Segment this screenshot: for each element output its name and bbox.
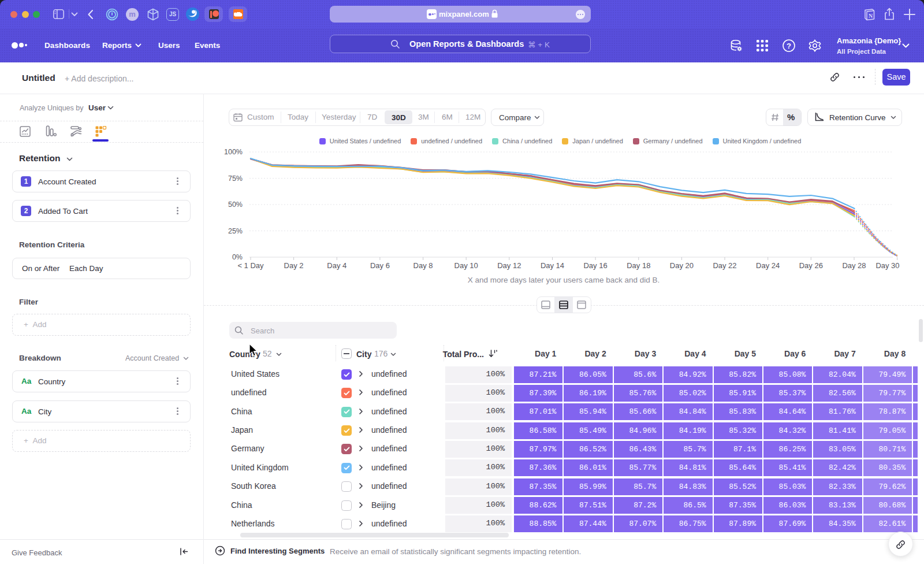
svg-text:Day 2: Day 2 <box>284 261 304 270</box>
svg-text:Day 4: Day 4 <box>327 261 346 270</box>
svg-text:50%: 50% <box>228 201 243 209</box>
svg-text:Day 16: Day 16 <box>583 261 607 270</box>
svg-text:75%: 75% <box>228 175 243 183</box>
svg-text:Day 22: Day 22 <box>713 261 736 270</box>
svg-text:100%: 100% <box>224 148 243 156</box>
svg-text:Day 8: Day 8 <box>413 261 433 270</box>
svg-text:Day 28: Day 28 <box>842 261 866 270</box>
svg-text:< 1 Day: < 1 Day <box>237 261 264 270</box>
svg-text:0%: 0% <box>232 253 243 261</box>
svg-text:Day 20: Day 20 <box>670 261 694 270</box>
svg-text:Day 24: Day 24 <box>756 261 780 270</box>
svg-text:Day 12: Day 12 <box>497 261 521 270</box>
svg-text:Day 30: Day 30 <box>875 261 899 270</box>
svg-text:Day 6: Day 6 <box>370 261 390 270</box>
svg-text:Day 10: Day 10 <box>454 261 478 270</box>
svg-text:Day 14: Day 14 <box>541 261 564 270</box>
svg-text:Day 18: Day 18 <box>627 261 650 270</box>
svg-text:25%: 25% <box>228 227 243 235</box>
svg-text:Day 26: Day 26 <box>799 261 823 270</box>
